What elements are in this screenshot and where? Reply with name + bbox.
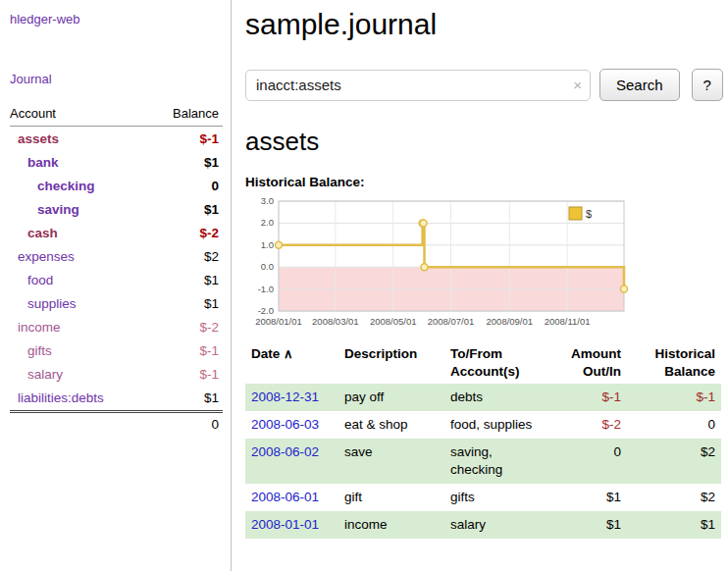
transaction-accounts: debts (444, 384, 546, 411)
account-row: saving $1 (10, 197, 223, 221)
transaction-date-link[interactable]: 2008-12-31 (251, 389, 319, 404)
account-link-bank[interactable]: bank (10, 155, 59, 170)
account-balance: $-1 (199, 131, 219, 146)
account-row: gifts $-1 (10, 338, 223, 362)
account-row: food $1 (10, 268, 223, 291)
account-balance: $1 (204, 390, 219, 405)
account-link-food[interactable]: food (10, 273, 53, 287)
transaction-balance: 0 (627, 411, 721, 439)
account-row: checking 0 (10, 174, 223, 197)
svg-text:2008/03/01: 2008/03/01 (312, 316, 359, 327)
transaction-row: 2008-12-31 pay off debts $-1 $-1 (245, 384, 721, 411)
chart-title: Historical Balance: (245, 175, 723, 189)
accounts-header-account: Account (10, 106, 56, 121)
search-input[interactable] (245, 70, 591, 101)
col-header-amount: Amount Out/In (546, 342, 627, 384)
transaction-row: 2008-06-02 save saving, checking 0 $2 (245, 439, 721, 484)
svg-text:-2.0: -2.0 (258, 305, 274, 316)
svg-text:2.0: 2.0 (261, 217, 274, 228)
account-balance: $-1 (199, 343, 219, 358)
transaction-row: 2008-06-01 gift gifts $1 $2 (245, 484, 721, 511)
transaction-balance: $2 (627, 439, 721, 484)
app-title-link[interactable]: hledger-web (10, 12, 223, 26)
app-root: hledger-web Journal Account Balance asse… (0, 0, 728, 571)
account-balance: $2 (204, 249, 219, 264)
account-link-supplies[interactable]: supplies (10, 296, 77, 311)
transaction-amount: $-1 (546, 384, 627, 411)
account-link-income[interactable]: income (10, 320, 61, 335)
account-link-saving[interactable]: saving (10, 202, 79, 217)
page-title: sample.journal (245, 8, 723, 41)
register-table: Date ∧ Description To/From Account(s) Am… (245, 342, 721, 539)
sort-asc-icon: ∧ (284, 346, 293, 361)
svg-text:2008/09/01: 2008/09/01 (487, 316, 534, 327)
svg-text:2008/11/01: 2008/11/01 (545, 316, 591, 327)
svg-text:2008/05/01: 2008/05/01 (370, 316, 417, 327)
transaction-balance: $-1 (627, 384, 721, 411)
search-button[interactable]: Search (599, 69, 680, 101)
transaction-date-link[interactable]: 2008-06-01 (251, 490, 319, 504)
transaction-amount: $1 (546, 511, 627, 539)
transaction-balance: $1 (627, 511, 721, 539)
account-link-assets[interactable]: assets (10, 131, 59, 146)
svg-text:2008/01/01: 2008/01/01 (255, 316, 302, 327)
nav-journal-link[interactable]: Journal (10, 72, 223, 86)
account-row: income $-2 (10, 315, 223, 338)
account-link-liabilities-debts[interactable]: liabilities:debts (10, 390, 104, 405)
account-row: liabilities:debts $1 (10, 386, 223, 409)
account-balance: $1 (204, 202, 219, 217)
svg-text:$: $ (586, 208, 592, 220)
transaction-description: eat & shop (338, 411, 444, 439)
account-balance: $1 (204, 155, 219, 170)
account-balance: $-2 (199, 226, 219, 240)
account-balance: $1 (204, 273, 219, 287)
account-row: salary $-1 (10, 362, 223, 386)
account-heading: assets (245, 127, 723, 157)
svg-text:2008/07/01: 2008/07/01 (428, 316, 475, 327)
account-link-cash[interactable]: cash (10, 226, 58, 240)
account-row: assets $-1 (10, 127, 223, 150)
account-balance: $-2 (199, 320, 219, 335)
account-row: bank $1 (10, 150, 223, 174)
total-row: 0 (10, 413, 223, 435)
transaction-accounts: food, supplies (444, 411, 546, 439)
transaction-row: 2008-06-03 eat & shop food, supplies $-2… (245, 411, 721, 439)
transaction-amount: $-2 (546, 411, 627, 439)
search-bar: × Search ? (245, 69, 723, 101)
transaction-accounts: saving, checking (444, 439, 546, 484)
svg-text:-1.0: -1.0 (258, 284, 274, 294)
account-row: expenses $2 (10, 244, 223, 268)
col-header-date[interactable]: Date ∧ (245, 342, 338, 384)
transaction-date-link[interactable]: 2008-06-02 (251, 444, 319, 459)
transaction-description: pay off (338, 384, 444, 411)
transaction-row: 2008-01-01 income salary $1 $1 (245, 511, 721, 539)
svg-text:0.0: 0.0 (261, 261, 274, 272)
transaction-date-link[interactable]: 2008-01-01 (251, 517, 319, 532)
account-link-salary[interactable]: salary (10, 367, 63, 382)
accounts-table: Account Balance assets $-1 bank $1 check… (10, 106, 223, 435)
transaction-description: gift (338, 484, 444, 511)
svg-text:3.0: 3.0 (261, 195, 274, 206)
transaction-balance: $2 (627, 484, 721, 511)
historical-balance-chart: $3.02.01.00.0-1.0-2.02008/01/012008/03/0… (245, 195, 632, 331)
col-header-description: Description (338, 342, 444, 384)
account-balance: $-1 (199, 367, 219, 382)
transaction-date-link[interactable]: 2008-06-03 (251, 417, 319, 432)
account-balance: 0 (211, 179, 219, 193)
accounts-header-balance: Balance (173, 106, 219, 121)
help-button[interactable]: ? (692, 69, 723, 101)
account-link-expenses[interactable]: expenses (10, 249, 75, 264)
register-header-row: Date ∧ Description To/From Account(s) Am… (245, 342, 721, 384)
account-link-checking[interactable]: checking (10, 179, 95, 193)
transaction-description: income (338, 511, 444, 539)
svg-text:1.0: 1.0 (261, 239, 274, 250)
account-link-gifts[interactable]: gifts (10, 343, 52, 358)
main-content: sample.journal × Search ? assets Histori… (232, 0, 728, 571)
total-balance: 0 (211, 417, 219, 432)
account-row: supplies $1 (10, 291, 223, 315)
account-balance: $1 (204, 296, 219, 311)
transaction-description: save (338, 439, 444, 484)
search-field-wrap: × (245, 70, 591, 101)
col-header-accounts: To/From Account(s) (444, 342, 546, 384)
clear-search-icon[interactable]: × (573, 77, 582, 93)
